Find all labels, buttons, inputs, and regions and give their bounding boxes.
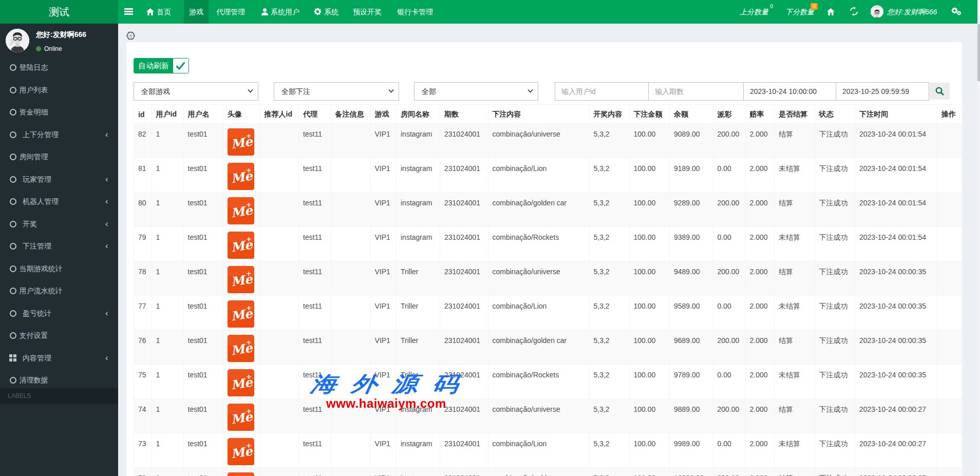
sidebar-item[interactable]: 房间管理: [0, 146, 118, 168]
cell: 2.000: [745, 158, 775, 193]
game-filter-select[interactable]: 全部游戏: [134, 82, 258, 101]
cell: 1: [152, 399, 183, 433]
cell: test11: [299, 468, 331, 476]
cell: 下注成功: [815, 261, 855, 296]
cell: Triller: [397, 365, 440, 399]
nav-item-system[interactable]: 系统: [314, 0, 338, 24]
cell: combinação/Rockets: [488, 365, 589, 399]
cell: 2.000: [745, 365, 775, 399]
cell: combinação/Lion: [488, 158, 589, 193]
nav-item-system-users[interactable]: 系统用户: [261, 0, 299, 24]
sidebar-item[interactable]: 资金明细: [0, 101, 118, 124]
user-id-input[interactable]: [555, 82, 649, 101]
sidebar-item[interactable]: 当期游戏统计: [0, 258, 118, 280]
sidebar-item[interactable]: 用户列表: [0, 79, 118, 102]
cell-avatar: Me +: [223, 261, 260, 296]
auto-refresh-toggle[interactable]: 自动刷新: [134, 58, 189, 73]
nav-refresh-button[interactable]: [850, 0, 861, 24]
end-time-input[interactable]: [836, 82, 929, 101]
cell: 9489.00: [670, 261, 713, 296]
circle-icon: [10, 198, 16, 205]
nav-settings-button[interactable]: [951, 0, 964, 24]
nav-item-home[interactable]: 首页: [146, 0, 171, 24]
circle-icon: [10, 243, 16, 250]
sidebar-item[interactable]: 机器人管理‹: [0, 191, 118, 213]
search-button[interactable]: [930, 83, 950, 100]
cell: test11: [299, 158, 331, 193]
sidebar-item-label: 机器人管理: [23, 191, 59, 213]
cell: [331, 468, 370, 476]
nav-item-preset-draw[interactable]: 预设开奖: [353, 0, 382, 24]
cell: 下注成功: [815, 399, 855, 433]
cell: 100.00: [629, 193, 670, 227]
svg-text:+: +: [246, 166, 252, 174]
sidebar-user-status[interactable]: Online: [36, 45, 62, 52]
down-score-badge: 0: [811, 3, 818, 10]
nav-item-agents[interactable]: 代理管理: [216, 0, 245, 24]
online-dot-icon: [36, 46, 41, 51]
sidebar-item[interactable]: 开奖‹: [0, 213, 118, 236]
cell: VIP1: [370, 158, 397, 193]
sidebar-item[interactable]: 玩家管理‹: [0, 168, 118, 191]
cell: 100.00: [629, 158, 670, 193]
me-plus-avatar: Me +: [228, 128, 254, 156]
cell: 1: [152, 296, 183, 330]
cell: 2023-10-24 00:00:35: [855, 330, 937, 365]
cell: test01: [183, 330, 223, 365]
navbar-greeting[interactable]: 您好:发财啊666: [887, 0, 937, 24]
cell: 231024001: [440, 330, 488, 365]
table-header: id用户id用户名头像推荐人id代理备注信息游戏房间名称期数下注内容开奖内容下注…: [134, 105, 963, 124]
status-filter-select[interactable]: 全部: [414, 82, 538, 101]
cell: instagram: [397, 399, 440, 433]
cell: 2.000: [745, 468, 775, 476]
sidebar-item-label: 支付设置: [20, 325, 48, 347]
cell: 2.000: [745, 433, 775, 468]
cell: 78: [134, 261, 152, 296]
cell: 1: [152, 158, 183, 193]
cell: 100.00: [629, 433, 670, 468]
cell: 231024001: [440, 261, 488, 296]
sidebar-item[interactable]: 内容管理‹: [0, 347, 118, 370]
cell: 231024001: [440, 399, 488, 433]
nav-item-up-score[interactable]: 上分数量0: [740, 0, 768, 24]
svg-text:+: +: [246, 304, 252, 312]
cell-avatar: Me +: [223, 399, 260, 433]
chevron-left-icon: ‹: [105, 124, 108, 146]
cell: 5,3,2: [589, 261, 629, 296]
sidebar-item[interactable]: 支付设置: [0, 325, 118, 347]
cell: [331, 261, 370, 296]
sidebar-item[interactable]: 盈亏统计‹: [0, 302, 118, 325]
nav-item-games[interactable]: 游戏: [184, 0, 209, 24]
period-input[interactable]: [648, 82, 744, 101]
up-score-count: 0: [770, 3, 773, 10]
nav-item-bank-cards[interactable]: 银行卡管理: [397, 0, 433, 24]
cell: 231024001: [440, 158, 488, 193]
brand-logo[interactable]: 测试: [0, 0, 118, 24]
table-row: 721test01 Me + test11VIP1instagram231024…: [134, 468, 963, 476]
nav-home-shortcut[interactable]: [827, 0, 837, 24]
start-time-input[interactable]: [743, 82, 836, 101]
cell: 未结算: [775, 365, 815, 399]
sidebar-item[interactable]: 下注管理‹: [0, 235, 118, 258]
chevron-left-icon: ‹: [105, 191, 108, 213]
cell: 结算: [775, 261, 815, 296]
sidebar-item[interactable]: 登陆日志: [0, 56, 118, 79]
home-icon: [827, 8, 835, 15]
cell: [260, 468, 299, 476]
nav-item-down-score[interactable]: 下分数量0: [785, 0, 814, 24]
auto-refresh-checkbox[interactable]: [173, 59, 189, 73]
scrollbar-thumb[interactable]: [977, 24, 980, 81]
sidebar-item[interactable]: 上下分管理‹: [0, 124, 118, 146]
search-icon: [935, 87, 944, 96]
sidebar-item[interactable]: 用户流水统计: [0, 280, 118, 302]
me-plus-avatar: Me +: [228, 335, 254, 362]
sidebar-toggle-icon[interactable]: [124, 8, 133, 15]
sidebar-item-label: 当期游戏统计: [20, 258, 63, 280]
cell: test01: [183, 227, 223, 261]
circle-icon: [10, 265, 16, 272]
table-row: 731test01 Me + test11VIP1instagram231024…: [134, 433, 963, 468]
cell: test11: [299, 227, 331, 261]
bet-filter-select[interactable]: 全部下注: [274, 82, 399, 101]
svg-text:+: +: [246, 338, 252, 346]
cell: instagram: [397, 193, 440, 227]
